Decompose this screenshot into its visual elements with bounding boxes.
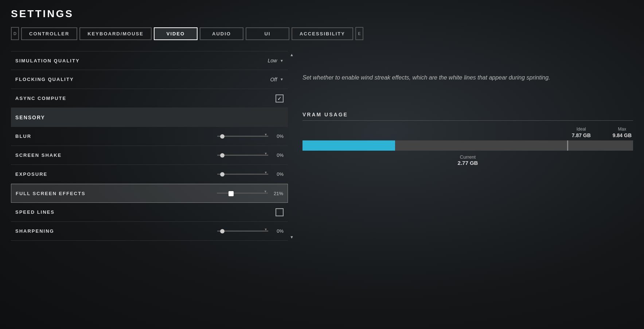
flocking-quality-label: FLOCKING QUALITY <box>15 77 74 82</box>
vram-ideal-col: Ideal 7.87 GB <box>572 127 591 138</box>
vram-divider <box>303 120 633 121</box>
setting-row-exposure[interactable]: EXPOSURE ▼ 0% <box>11 165 288 184</box>
vram-title: VRAM USAGE <box>303 112 633 117</box>
setting-row-full-screen-effects[interactable]: FULL SCREEN EFFECTS ▼ 21% <box>11 184 288 203</box>
vram-current-label-text: Current <box>303 154 633 160</box>
scroll-down-icon[interactable]: ▼ <box>290 235 294 239</box>
setting-row-async-compute[interactable]: ASYNC COMPUTE <box>11 89 288 108</box>
vram-section: VRAM USAGE Ideal 7.87 GB Max 9.84 GB <box>303 112 633 166</box>
vram-max-col: Max 9.84 GB <box>613 127 632 138</box>
simulation-quality-value: Low <box>268 58 277 63</box>
exposure-slider-control: ▼ 0% <box>217 171 284 177</box>
scroll-up-icon[interactable]: ▲ <box>290 53 294 57</box>
vram-bar <box>303 140 633 151</box>
vram-ideal-marker <box>567 140 568 151</box>
simulation-quality-label: SIMULATION QUALITY <box>15 58 80 63</box>
flocking-dropdown-arrow-icon: ▼ <box>280 77 284 81</box>
setting-row-screen-shake[interactable]: SCREEN SHAKE ▼ 0% <box>11 146 288 165</box>
async-compute-label: ASYNC COMPUTE <box>15 96 66 101</box>
vram-ideal-label: Ideal <box>572 127 591 132</box>
vram-fill <box>303 140 395 151</box>
full-screen-effects-slider-control: ▼ 21% <box>217 191 283 196</box>
setting-row-flocking-quality[interactable]: FLOCKING QUALITY Off ▼ <box>11 70 288 89</box>
vram-ideal-value: 7.87 GB <box>572 132 591 138</box>
sharpening-slider-value: 0% <box>272 228 284 234</box>
left-bracket[interactable]: D <box>11 27 19 40</box>
blur-slider-control: ▼ 0% <box>217 133 284 139</box>
tab-accessibility[interactable]: ACCESSIBILITY <box>292 27 353 40</box>
setting-row-sharpening[interactable]: SHARPENING ▼ 0% <box>11 222 288 241</box>
exposure-slider-track[interactable]: ▼ <box>217 174 268 175</box>
blur-label: BLUR <box>15 133 31 139</box>
blur-slider-track[interactable]: ▼ <box>217 136 268 137</box>
setting-row-simulation-quality[interactable]: SIMULATION QUALITY Low ▼ <box>11 51 288 70</box>
async-compute-checkbox[interactable] <box>276 94 284 102</box>
dropdown-arrow-icon: ▼ <box>280 59 284 63</box>
full-screen-effects-slider-track[interactable]: ▼ <box>217 193 268 194</box>
screen-shake-slider-track[interactable]: ▼ <box>217 155 268 156</box>
full-screen-effects-label: FULL SCREEN EFFECTS <box>16 191 86 196</box>
settings-scrollable: SIMULATION QUALITY Low ▼ FLOCKING QUALIT… <box>11 51 288 241</box>
section-header-sensory: SENSORY <box>11 108 288 127</box>
tab-audio[interactable]: AUDIO <box>200 27 243 40</box>
left-panel: SIMULATION QUALITY Low ▼ FLOCKING QUALIT… <box>11 51 288 241</box>
vram-max-label: Max <box>613 127 632 132</box>
vram-current-value: 2.77 GB <box>303 160 633 166</box>
flocking-quality-value: Off <box>270 77 277 82</box>
sensory-header-label: SENSORY <box>15 115 45 120</box>
sharpening-slider-control: ▼ 0% <box>217 228 284 234</box>
main-layout: SIMULATION QUALITY Low ▼ FLOCKING QUALIT… <box>11 51 633 241</box>
tab-ui[interactable]: UI <box>246 27 289 40</box>
page-title: SETTINGS <box>11 8 633 20</box>
nav-tabs: D CONTROLLER KEYBOARD/MOUSE VIDEO AUDIO … <box>11 27 633 40</box>
sharpening-slider-track[interactable]: ▼ <box>217 231 268 232</box>
vram-labels-row: Ideal 7.87 GB Max 9.84 GB <box>303 127 632 138</box>
flocking-quality-dropdown[interactable]: Off ▼ <box>270 77 284 82</box>
setting-row-blur[interactable]: BLUR ▼ 0% <box>11 127 288 146</box>
setting-row-speed-lines[interactable]: SPEED LINES <box>11 203 288 222</box>
right-bracket[interactable]: E <box>355 27 363 40</box>
right-panel: Set whether to enable wind streak effect… <box>303 51 633 241</box>
settings-list: SIMULATION QUALITY Low ▼ FLOCKING QUALIT… <box>11 51 288 241</box>
tab-controller[interactable]: CONTROLLER <box>21 27 77 40</box>
exposure-slider-value: 0% <box>272 171 284 177</box>
full-screen-effects-slider-value: 21% <box>272 191 283 196</box>
vram-max-value: 9.84 GB <box>613 132 632 138</box>
speed-lines-label: SPEED LINES <box>15 209 55 215</box>
simulation-quality-dropdown[interactable]: Low ▼ <box>268 58 284 63</box>
vram-current: Current 2.77 GB <box>303 154 633 166</box>
speed-lines-checkbox[interactable] <box>276 208 284 216</box>
tab-video[interactable]: VIDEO <box>154 27 198 40</box>
screen-shake-slider-control: ▼ 0% <box>217 152 284 158</box>
tab-keyboard[interactable]: KEYBOARD/MOUSE <box>79 27 152 40</box>
setting-description: Set whether to enable wind streak effect… <box>303 73 550 82</box>
exposure-label: EXPOSURE <box>15 171 47 177</box>
sharpening-label: SHARPENING <box>15 228 54 234</box>
blur-slider-value: 0% <box>272 133 284 139</box>
screen-shake-label: SCREEN SHAKE <box>15 152 62 158</box>
screen-shake-slider-value: 0% <box>272 152 284 158</box>
